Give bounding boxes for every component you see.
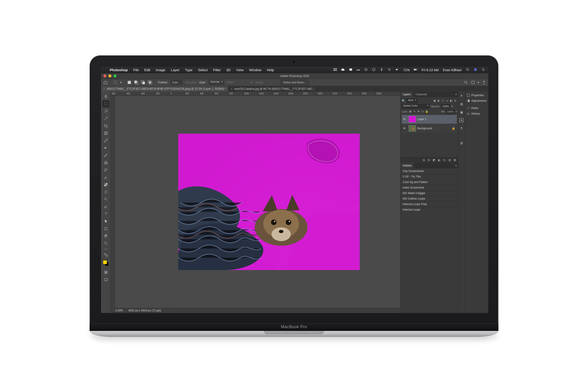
frame-icon[interactable]	[471, 80, 475, 84]
filter-kind-select[interactable]: Kind	[406, 98, 417, 103]
adjustment-layer-icon[interactable]: ◐	[438, 158, 440, 162]
wifi-icon[interactable]	[388, 68, 391, 72]
action-item[interactable]: Internal Loupe	[400, 207, 458, 212]
action-item[interactable]: Internal Loupe Prep	[400, 202, 458, 207]
canvas[interactable]	[115, 96, 400, 308]
minimize-button[interactable]	[108, 74, 112, 78]
lock-position-icon[interactable]: ✥	[417, 110, 420, 113]
magic-wand-tool[interactable]	[102, 115, 109, 122]
clock[interactable]: Fri 6:10 AM	[422, 68, 439, 72]
blur-tool[interactable]	[102, 188, 109, 196]
screenmode-toggle[interactable]	[102, 276, 109, 283]
close-tab-icon[interactable]: ×	[103, 87, 105, 90]
fill-input[interactable]: 100%	[446, 110, 455, 114]
panel-adjustments[interactable]: Adjustments	[465, 98, 488, 103]
menu-view[interactable]: View	[236, 68, 244, 72]
doc-dimensions[interactable]: 4032 px x 3024 px (72 ppi)	[128, 309, 161, 312]
user-name[interactable]: Evan Killham	[443, 68, 462, 72]
clone-stamp-tool[interactable]	[102, 159, 109, 166]
delete-layer-icon[interactable]: 🗑	[454, 158, 456, 162]
app-menu[interactable]: Photoshop	[110, 68, 128, 72]
eyedropper-tool[interactable]	[102, 137, 109, 144]
filter-toggle[interactable]: ⊜	[454, 99, 457, 102]
swatches-panel-icon[interactable]: ▤	[459, 102, 464, 106]
sel-intersect-icon[interactable]	[148, 80, 152, 84]
menu-window[interactable]: Window	[249, 68, 262, 72]
filter-shape-icon[interactable]: ▭	[445, 99, 448, 102]
workspace-dropdown[interactable]: ▾	[478, 81, 479, 84]
close-button[interactable]	[103, 74, 106, 78]
action-item[interactable]: 002 Outline Loupe	[400, 196, 458, 202]
layers-panel-menu-icon[interactable]: ≡	[454, 92, 458, 97]
lock-artboard-icon[interactable]: ▭	[421, 110, 424, 113]
new-layer-icon[interactable]: ⊞	[448, 158, 451, 162]
menu-3d[interactable]: 3D	[226, 68, 230, 72]
display-icon[interactable]	[372, 68, 376, 72]
sel-new-icon[interactable]	[127, 80, 132, 84]
home-button[interactable]	[103, 80, 108, 84]
blend-mode-select[interactable]: Darker Color	[402, 104, 429, 108]
sel-add-icon[interactable]	[134, 80, 138, 84]
marquee-dropdown[interactable]: ▾	[120, 81, 122, 84]
bluetooth-icon[interactable]	[380, 68, 383, 72]
shape-tool[interactable]	[102, 225, 109, 232]
panel-properties[interactable]: Properties	[465, 93, 488, 98]
panel-paths[interactable]: Paths	[465, 106, 488, 110]
antialias-checkbox[interactable]: Anti-alias	[185, 81, 196, 84]
cloud-icon[interactable]	[341, 68, 345, 72]
lock-pixels-icon[interactable]: ✎	[413, 110, 416, 113]
history-brush-tool[interactable]	[102, 166, 109, 174]
layer-row[interactable]: 👁 Background 🔒	[402, 124, 457, 133]
sel-subtract-icon[interactable]	[141, 80, 145, 84]
cc-icon[interactable]	[349, 68, 352, 72]
action-item[interactable]: Index Screenshot	[400, 185, 458, 190]
move-tool[interactable]	[102, 93, 109, 100]
layer-thumbnail[interactable]	[408, 125, 416, 132]
eraser-tool[interactable]	[102, 174, 109, 181]
path-select-tool[interactable]	[102, 218, 109, 225]
menu-layer[interactable]: Layer	[171, 68, 180, 72]
type-tool[interactable]	[102, 210, 109, 218]
color-swatch[interactable]	[103, 260, 109, 266]
status-menu-icon[interactable]: 〉	[166, 309, 172, 312]
menu-file[interactable]: File	[133, 68, 139, 72]
character-panel-icon[interactable]: A	[460, 118, 464, 122]
battery-icon[interactable]	[414, 68, 417, 72]
dodge-tool[interactable]	[102, 196, 109, 203]
healing-brush-tool[interactable]	[102, 144, 109, 151]
filter-type-icon[interactable]: T	[441, 99, 444, 102]
search-icon[interactable]	[464, 80, 468, 84]
action-item[interactable]: 001 Make it bigger	[400, 190, 458, 196]
share-icon[interactable]	[482, 80, 486, 84]
layer-mask-icon[interactable]: ◩	[433, 158, 435, 162]
battery-percent[interactable]: 71%	[403, 68, 410, 72]
document-tab-1[interactable]: × 60521779481__F7C2F3D7-ABC9-4D76-9F8E-9…	[101, 86, 228, 92]
action-item[interactable]: Color bg and Flatten	[400, 179, 458, 185]
tab-actions[interactable]: Actions	[400, 163, 414, 168]
menu-image[interactable]: Image	[156, 68, 166, 72]
select-and-mask-button[interactable]: Select and Mask...	[280, 80, 309, 85]
more-tools[interactable]: ⋯	[102, 247, 109, 251]
lock-all-icon[interactable]: 🔒	[425, 110, 428, 113]
menu-select[interactable]: Select	[198, 68, 208, 72]
filter-smart-icon[interactable]: ◧	[450, 99, 453, 102]
tool-preset[interactable]	[113, 80, 117, 84]
panel-history[interactable]: History	[465, 112, 488, 116]
volume-icon[interactable]	[395, 68, 399, 72]
tab-layers[interactable]: Layers	[400, 92, 413, 97]
layer-name[interactable]: Background	[417, 127, 432, 130]
layer-group-icon[interactable]: 🗀	[443, 158, 446, 162]
edit-toolbar-icon[interactable]	[102, 252, 109, 258]
zoom-display[interactable]: 33.33%	[114, 309, 123, 312]
style-select[interactable]: Normal	[209, 80, 224, 85]
actions-panel-menu-icon[interactable]: ≡	[454, 163, 458, 168]
opacity-dropdown[interactable]: ▾	[452, 105, 453, 108]
action-item[interactable]: 3 UP - Try This	[400, 174, 458, 179]
brush-tool[interactable]	[102, 152, 109, 159]
link-layers-icon[interactable]: ⧉	[423, 158, 425, 162]
layer-thumbnail[interactable]	[408, 116, 416, 122]
marquee-tool[interactable]	[102, 100, 109, 107]
timemachine-icon[interactable]	[364, 68, 368, 72]
zoom-tool[interactable]	[102, 240, 109, 247]
lock-icon[interactable]: 🔒	[452, 127, 456, 130]
